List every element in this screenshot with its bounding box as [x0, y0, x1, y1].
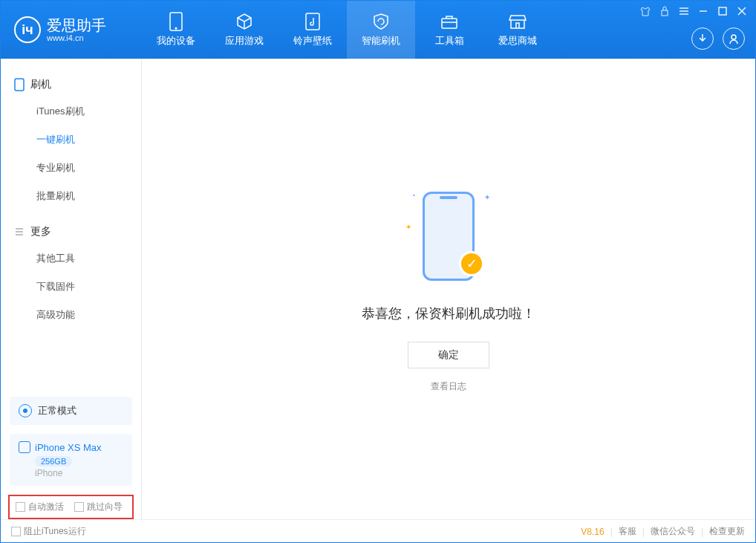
checkbox-label: 跳过向导 [87, 501, 123, 513]
checkbox-label: 自动激活 [28, 501, 64, 513]
mode-indicator-icon [19, 404, 32, 417]
svg-rect-4 [662, 10, 668, 16]
list-icon [14, 227, 25, 237]
lock-icon[interactable] [659, 5, 671, 17]
svg-rect-2 [306, 13, 319, 30]
device-card[interactable]: iPhone XS Max 256GB iPhone [10, 434, 132, 486]
header-action-icons [691, 27, 745, 50]
tab-label: 我的设备 [157, 34, 195, 48]
mode-label: 正常模式 [38, 404, 76, 417]
svg-rect-7 [15, 79, 24, 91]
checkbox-label: 阻止iTunes运行 [24, 525, 86, 538]
close-button[interactable] [736, 5, 748, 17]
user-icon[interactable] [723, 27, 745, 50]
app-logo-icon: iч [14, 16, 41, 43]
window-controls [639, 5, 748, 17]
app-header: iч 爱思助手 www.i4.cn 我的设备 应用游戏 铃声壁纸 智能刷机 工具… [1, 1, 755, 59]
group-title: 刷机 [30, 78, 51, 91]
maximize-button[interactable] [717, 5, 729, 17]
sidebar-item-one-click-flash[interactable]: 一键刷机 [1, 126, 141, 154]
device-storage-badge: 256GB [35, 456, 72, 466]
device-icon [166, 12, 186, 31]
tab-toolbox[interactable]: 工具箱 [415, 1, 483, 59]
store-icon [508, 12, 527, 31]
check-badge-icon: ✓ [459, 251, 484, 276]
sidebar-item-download-firmware[interactable]: 下载固件 [1, 273, 141, 301]
svg-rect-3 [442, 19, 457, 28]
sidebar-group-more: 更多 [1, 219, 141, 244]
success-illustration: ✦ ✦ • ✓ [411, 186, 486, 290]
sidebar-item-pro-flash[interactable]: 专业刷机 [1, 154, 141, 182]
sidebar-item-itunes-flash[interactable]: iTunes刷机 [1, 97, 141, 126]
tab-label: 智能刷机 [362, 34, 400, 48]
skip-guide-checkbox[interactable]: 跳过向导 [74, 501, 123, 513]
tab-label: 应用游戏 [225, 34, 264, 48]
main-content: ✦ ✦ • ✓ 恭喜您，保资料刷机成功啦！ 确定 查看日志 [142, 59, 755, 519]
footer: 阻止iTunes运行 V8.16 | 客服 | 微信公众号 | 检查更新 [1, 519, 755, 543]
tab-store[interactable]: 爱思商城 [483, 1, 552, 59]
mode-card[interactable]: 正常模式 [10, 397, 132, 425]
refresh-shield-icon [371, 12, 391, 31]
version-label: V8.16 [581, 527, 604, 537]
check-update-link[interactable]: 检查更新 [709, 525, 745, 538]
cube-icon [235, 12, 254, 31]
device-icon [19, 441, 30, 453]
group-title: 更多 [30, 225, 51, 238]
svg-point-1 [175, 27, 177, 30]
tab-label: 铃声壁纸 [293, 34, 332, 48]
device-name-row: iPhone XS Max [19, 441, 123, 453]
view-log-link[interactable]: 查看日志 [431, 380, 466, 393]
options-row: 自动激活 跳过向导 [8, 495, 134, 519]
tab-flash[interactable]: 智能刷机 [347, 1, 415, 59]
wechat-link[interactable]: 微信公众号 [651, 525, 695, 538]
minimize-button[interactable] [697, 5, 709, 17]
support-link[interactable]: 客服 [619, 525, 636, 538]
menu-icon[interactable] [678, 5, 690, 17]
svg-rect-5 [719, 7, 726, 15]
device-name: iPhone XS Max [35, 442, 102, 453]
phone-icon [14, 78, 25, 91]
tab-ringtones[interactable]: 铃声壁纸 [278, 1, 347, 59]
shirt-icon[interactable] [639, 5, 651, 17]
nav-tabs: 我的设备 应用游戏 铃声壁纸 智能刷机 工具箱 爱思商城 [142, 1, 552, 59]
device-type: iPhone [35, 468, 123, 478]
svg-point-6 [731, 35, 736, 39]
tab-my-device[interactable]: 我的设备 [142, 1, 210, 59]
sidebar-item-other-tools[interactable]: 其他工具 [1, 244, 141, 273]
tab-label: 爱思商城 [498, 34, 537, 48]
auto-activate-checkbox[interactable]: 自动激活 [16, 501, 64, 513]
sidebar-item-batch-flash[interactable]: 批量刷机 [1, 182, 141, 210]
logo-area: iч 爱思助手 www.i4.cn [1, 16, 142, 43]
sidebar-item-advanced[interactable]: 高级功能 [1, 301, 141, 329]
sidebar-group-flash: 刷机 [1, 72, 141, 97]
music-file-icon [303, 12, 322, 31]
tab-label: 工具箱 [435, 34, 464, 48]
block-itunes-checkbox[interactable]: 阻止iTunes运行 [11, 525, 86, 538]
sidebar: 刷机 iTunes刷机 一键刷机 专业刷机 批量刷机 更多 其他工具 下载固件 … [1, 59, 142, 519]
toolbox-icon [440, 12, 459, 31]
confirm-button[interactable]: 确定 [408, 342, 489, 368]
app-url: www.i4.cn [47, 33, 106, 42]
tab-apps-games[interactable]: 应用游戏 [210, 1, 278, 59]
success-message: 恭喜您，保资料刷机成功啦！ [362, 305, 535, 322]
download-icon[interactable] [691, 27, 714, 50]
app-name: 爱思助手 [47, 17, 106, 33]
